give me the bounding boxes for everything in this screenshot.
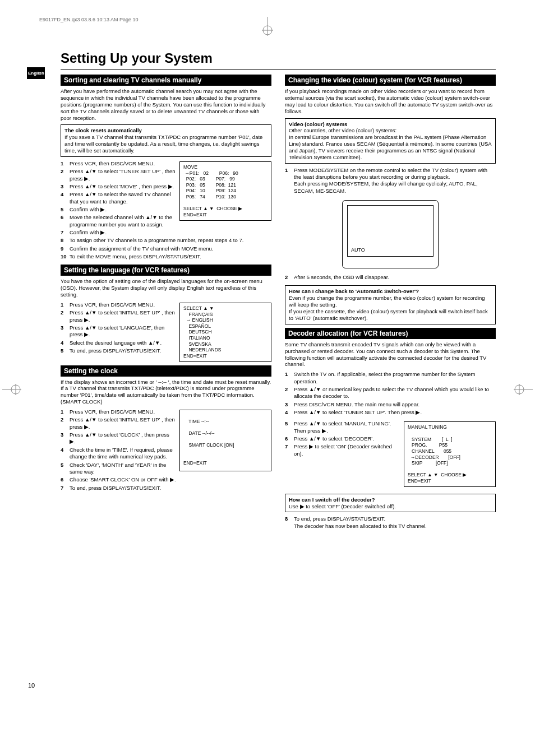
step-text: Press ▲/▼ to select 'MANUAL TUNING'. The… [294,420,400,434]
step-text: Check 'DAY', 'MONTH' and 'YEAR' in the s… [70,462,176,476]
note-body: Use ▶ to select 'OFF' (Decoder switched … [289,503,396,509]
steps-decoder-c: 8To end, press DISPLAY/STATUS/EXIT. The … [285,516,496,530]
step-text: Move the selected channel with ▲/▼ to th… [70,214,176,228]
step-text: To assign other TV channels to a program… [70,237,271,244]
step-text: Press ▲/▼ to select 'CLOCK' , then press… [70,432,176,446]
step-text: Confirm with ▶. [70,229,271,236]
page-title: Setting Up your System [61,45,496,66]
step-text: To end, press DISPLAY/STATUS/EXIT. The d… [294,516,496,530]
step-text: After 5 seconds, the OSD will disappear. [294,274,496,281]
step-text: Press VCR, then DISC/VCR MENU. [70,302,176,308]
print-header: E9017FD_EN.qx3 03.8.6 10:13 AM Page 10 [39,17,496,22]
intro-language: You have the option of setting one of th… [61,278,271,298]
osd-move: MOVE →P01: 02 P06: 90 P02: 03 P07: 99 P0… [179,161,271,221]
step-text: Press ▲/▼ to select 'TUNER SET UP' , the… [70,168,176,182]
tv-osd-label: AUTO [351,247,365,253]
step-text: Press ▲/▼ or numerical key pads to selec… [294,386,496,400]
steps-video-b: 2After 5 seconds, the OSD will disappear… [285,274,496,281]
intro-video: If you playback recordings made on other… [285,88,496,115]
step-text: Choose 'SMART CLOCK' ON or OFF with ▶. [70,476,271,483]
language-tab: English [27,67,45,79]
note-switch-off-decoder: How can I switch off the decoder? Use ▶ … [285,494,496,513]
step-text: Confirm with ▶. [70,206,176,213]
note-body: If you save a TV channel that transmits … [64,134,262,154]
note-title: Video (colour) systems [289,121,492,128]
step-text: Press ▲/▼ to select 'TUNER SET UP'. Then… [294,409,496,416]
step-text: Switch the TV on. If applicable, select … [294,371,496,385]
step-text: To end, press DISPLAY/STATUS/EXIT. [70,485,271,491]
step-text: Press ▲/▼ to select 'MOVE' , then press … [70,183,176,190]
heading-video-system: Changing the video (colour) system (for … [285,75,496,86]
steps-video-a: 1Press MODE/SYSTEM on the remote control… [285,167,496,194]
osd-language: SELECT ▲ ▼ FRANÇAIS → ENGLISH ESPAÑOL DE… [179,303,271,362]
step-text: Press VCR, then DISC/VCR MENU. [70,160,176,167]
step-text: Press ▲/▼ to select 'LANGUAGE', then pre… [70,324,176,338]
tv-illustration: AUTO [342,200,439,268]
note-title: The clock resets automatically [64,127,268,134]
intro-sorting: After you have performed the automatic c… [61,88,271,121]
osd-clock: TIME --:-- DATE --/--/-- SMART CLOCK [ON… [179,410,271,471]
step-text: Press VCR, then DISC/VCR MENU. [70,409,176,415]
note-auto-switchover: How can I change back to 'Automatic Swit… [285,285,496,324]
note-body: Even if you change the programme number,… [289,295,488,321]
step-text: To exit the MOVE menu, press DISPLAY/STA… [70,253,271,260]
heading-clock: Setting the clock [61,365,271,377]
steps-decoder-a: 1Switch the TV on. If applicable, select… [285,371,496,416]
note-title: How can I switch off the decoder? [289,497,492,503]
note-video-systems: Video (colour) systems Other countries, … [285,118,496,164]
step-text: Select the desired language with ▲/▼. [70,340,176,346]
heading-decoder: Decoder allocation (for VCR features) [285,328,496,339]
note-body: Other countries, other video (colour) sy… [289,127,491,160]
intro-decoder: Some TV channels transmit encoded TV sig… [285,341,496,368]
step-text: Press DISC/VCR MENU. The main menu will … [294,401,496,408]
step-text: Press ▲/▼ to select 'INITIAL SET UP' , t… [70,416,176,430]
step-text: To end, press DISPLAY/STATUS/EXIT. [70,347,176,354]
heading-sorting: Sorting and clearing TV channels manuall… [61,75,271,86]
osd-manual-tuning: MANUAL TUNING SYSTEM [ L ] PROG. P55 CHA… [404,421,496,486]
step-text: Press ▲/▼ to select 'INITIAL SET UP' , t… [70,309,176,323]
step-text: Check the time in 'TIME'. If required, p… [70,447,176,461]
left-column: Sorting and clearing TV channels manuall… [61,75,271,534]
tv-screen: AUTO [347,205,433,257]
title-rule [61,69,496,70]
page-number: 10 [28,682,35,689]
intro-clock: If the display shows an incorrect time o… [61,379,271,406]
step-text: Confirm the assignment of the TV channel… [70,245,271,252]
right-column: Changing the video (colour) system (for … [285,75,496,534]
step-text: Press ▲/▼ to select 'DECODER'. [294,435,400,442]
heading-language: Setting the language (for VCR features) [61,265,271,276]
note-clock-resets: The clock resets automatically If you sa… [61,124,271,157]
step-text: Press MODE/SYSTEM on the remote control … [294,167,496,194]
step-text: Press ▶ to select 'ON' (Decoder switched… [294,443,400,457]
step-text: Press ▲/▼ to select the saved TV channel… [70,191,176,205]
note-title: How can I change back to 'Automatic Swit… [289,288,492,295]
